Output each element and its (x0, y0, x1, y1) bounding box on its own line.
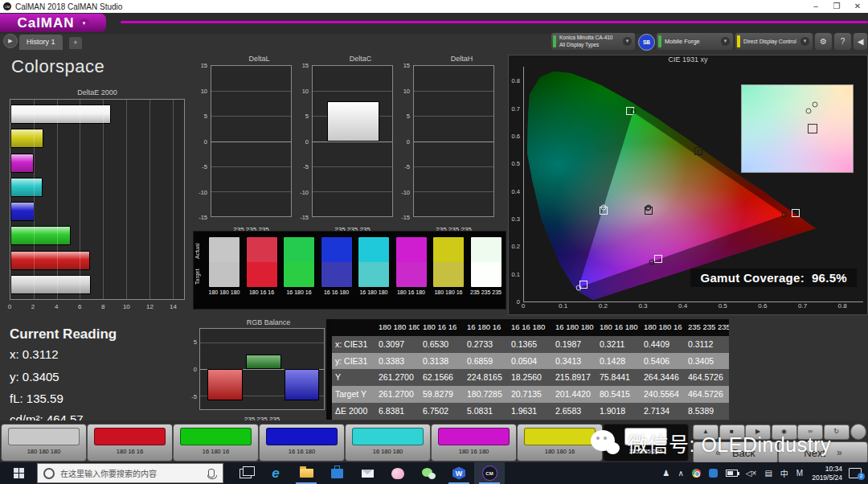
maximize-button[interactable]: ❐ (826, 0, 847, 13)
y-tick-label: 10 (294, 87, 309, 94)
mail-icon[interactable] (352, 462, 383, 484)
help-button[interactable]: ? (834, 33, 851, 50)
taskbar-clock[interactable]: 10:34 2019/5/24 (807, 465, 847, 482)
task-view-icon[interactable] (230, 462, 260, 484)
actual-color (471, 237, 502, 262)
y-tick-label: 5 (294, 113, 309, 120)
swatch-label: 180 16 16 (244, 289, 280, 296)
delta-l-chart: DeltaL151050-5-10-15235 235 235 (193, 55, 293, 235)
media-app-icon[interactable] (383, 462, 413, 484)
clock-time: 10:34 (812, 465, 842, 474)
patch-color (94, 428, 166, 445)
taskbar-search-input[interactable]: 在这里输入你要搜索的内容 (37, 463, 223, 483)
bar-row (10, 226, 184, 245)
bar-row (10, 154, 184, 173)
clock-date: 2019/5/24 (812, 474, 842, 482)
chrome-icon[interactable] (688, 469, 705, 478)
gridline (313, 142, 392, 142)
y-tick-label: 0.5 (512, 160, 520, 167)
action-center-icon[interactable]: 2 (849, 468, 862, 478)
calman-logo: CalMAN (17, 15, 74, 31)
window-app-icon: CM (3, 2, 11, 10)
reading-x: x: 0.3112 (10, 347, 59, 361)
gridline (211, 166, 291, 167)
microphone-icon[interactable] (208, 469, 215, 478)
gridline (211, 142, 291, 142)
table-cell: 0.1987 (552, 336, 596, 353)
volume-muted-icon[interactable]: ◁× (742, 469, 761, 478)
reading-fl: fL: 135.59 (10, 392, 63, 405)
calman-menu-button[interactable]: CalMAN ▾ (0, 14, 106, 32)
wps-icon[interactable]: W (444, 462, 474, 484)
close-button[interactable]: ✕ (847, 0, 868, 13)
wechat-icon[interactable] (413, 462, 444, 484)
edge-icon[interactable]: e (260, 462, 291, 484)
blue-balance-bar (285, 369, 320, 400)
chevron-down-icon: ▼ (623, 37, 632, 46)
file-explorer-icon[interactable] (291, 462, 321, 484)
record-circle-button[interactable] (850, 424, 866, 440)
table-cell: 0.5406 (641, 353, 685, 370)
edge-glyph: e (272, 466, 279, 482)
table-cell: 180.7285 (464, 386, 508, 403)
wps-glyph: W (452, 467, 465, 480)
swatch-235-235-235: 235 235 235 (470, 236, 502, 296)
people-icon[interactable]: ♟ (659, 469, 674, 478)
table-cell: 5.0831 (464, 403, 508, 420)
swatch-patch (432, 236, 465, 288)
windows-taskbar: 在这里输入你要搜索的内容 eWCM ♟∧◁×▤中M 10:34 2019/5/2… (0, 462, 868, 484)
patch-button-180-180-180[interactable]: 180 180 180 (1, 424, 87, 461)
y-tick-label: 10 (395, 87, 410, 94)
patch-button-180-180-16[interactable]: 180 180 16 (517, 424, 603, 461)
x-tick-label: 10 (123, 303, 130, 310)
patch-button-16-16-180[interactable]: 16 16 180 (259, 424, 345, 461)
swatch-patch (470, 236, 502, 288)
ime-indicator[interactable]: 中 (776, 467, 792, 479)
patch-button-16-180-16[interactable]: 16 180 16 (173, 424, 259, 461)
patch-button-180-16-180[interactable]: 180 16 180 (431, 424, 517, 461)
meter-selector[interactable]: Konica Minolta CA-410 All Display Types … (551, 33, 635, 50)
y-tick-label: 0 (193, 137, 207, 145)
y-tick-label: -5 (186, 393, 197, 400)
tab-history-1[interactable]: History 1 (19, 35, 63, 50)
store-icon[interactable] (321, 462, 352, 484)
swatch-16-180-16: 16 180 16 (283, 236, 315, 296)
y-tick-label: 0.6 (512, 132, 520, 139)
minimize-button[interactable]: – (805, 0, 826, 13)
patch-button-16-180-180[interactable]: 16 180 180 (345, 424, 431, 461)
sb-button[interactable]: SB (638, 34, 655, 51)
delta-h-chart: DeltaH151050-5-10-15235 235 235 (395, 55, 496, 235)
swatch-180-16-180: 180 16 180 (395, 236, 428, 296)
delta-e-bar (10, 202, 35, 221)
patch-label: 180 16 180 (432, 448, 516, 455)
y-tick-label: 5 (186, 338, 197, 346)
target-color (247, 262, 277, 287)
table-row-label: y: CIE31 (332, 353, 375, 370)
touch-keyboard-icon[interactable]: ▤ (760, 469, 776, 478)
battery-icon[interactable] (722, 470, 742, 477)
table-cell: 0.1365 (508, 336, 552, 353)
start-button[interactable] (0, 462, 37, 484)
source-selector[interactable]: Mobile Forge ▼ (657, 33, 733, 50)
gridline (414, 116, 493, 117)
display-control-selector[interactable]: Direct Display Control ▼ (735, 33, 813, 50)
delta-e-bar (10, 178, 43, 197)
chart-title: RGB Balance (186, 318, 339, 326)
notification-badge: 2 (858, 473, 865, 480)
page-title: Colorspace (11, 56, 104, 77)
y-tick-label: 0 (395, 137, 410, 145)
watermark: 微信号: OLEDindustry (591, 429, 831, 457)
y-tick-label: 0.1 (512, 270, 520, 277)
collapse-panel-button[interactable]: ◀ (854, 33, 867, 50)
workflow-play-button[interactable]: ▶ (3, 34, 18, 48)
table-cell: 264.3446 (641, 369, 685, 386)
cloud-drive-icon[interactable] (705, 469, 722, 478)
calman-icon[interactable]: CM (474, 462, 505, 484)
add-tab-button[interactable]: + (69, 37, 82, 49)
chevron-up-icon[interactable]: ∧ (674, 469, 688, 478)
m-app-icon[interactable]: M (792, 469, 807, 478)
battery-glyph (726, 470, 738, 477)
y-tick-label: 0 (517, 298, 520, 306)
settings-button[interactable]: ⚙ (815, 33, 832, 50)
patch-button-180-16-16[interactable]: 180 16 16 (87, 424, 173, 461)
